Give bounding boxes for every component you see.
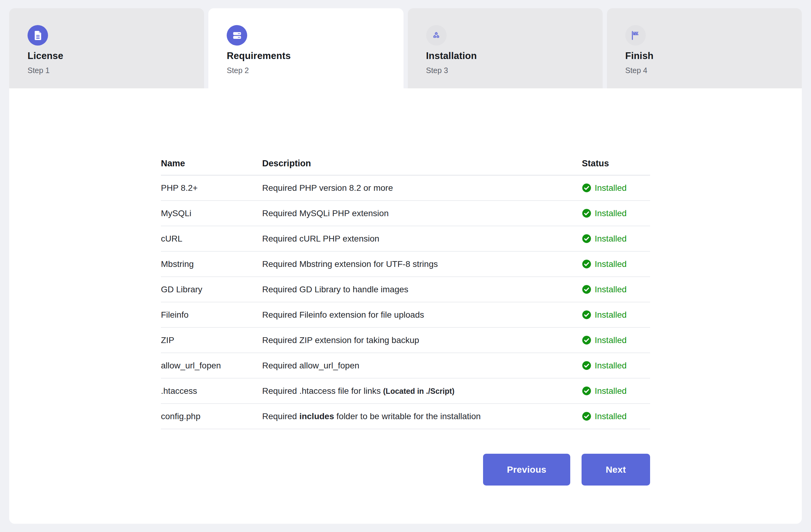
requirement-name: allow_url_fopen (161, 361, 262, 371)
requirement-description: Required .htaccess file for links (Locat… (262, 386, 582, 396)
step-title: Finish (625, 50, 790, 61)
table-body: PHP 8.2+ Required PHP version 8.2 or mor… (161, 175, 650, 429)
tab-step-requirements[interactable]: Requirements Step 2 (208, 8, 403, 88)
content-card: Name Description Status PHP 8.2+ Require… (9, 88, 802, 524)
status-label: Installed (595, 285, 627, 294)
requirement-status: Installed (582, 259, 650, 269)
status-label: Installed (595, 208, 627, 218)
check-circle-icon (582, 183, 591, 193)
requirements-table: Name Description Status PHP 8.2+ Require… (161, 88, 650, 429)
check-circle-icon (582, 234, 591, 244)
requirement-name: Fileinfo (161, 310, 262, 320)
step-title: Installation (426, 50, 591, 61)
table-row: MySQLi Required MySQLi PHP extension Ins… (161, 201, 650, 226)
status-label: Installed (595, 310, 627, 320)
column-header-status: Status (582, 158, 650, 169)
requirement-status: Installed (582, 361, 650, 371)
requirement-description: Required MySQLi PHP extension (262, 208, 582, 218)
wizard-nav-buttons: Previous Next (161, 454, 650, 486)
step-title: License (28, 50, 192, 61)
column-header-name: Name (161, 158, 262, 169)
step-icon-circle (426, 25, 447, 46)
requirement-description: Required Mbstring extension for UTF-8 st… (262, 259, 582, 269)
previous-button[interactable]: Previous (483, 454, 570, 486)
requirement-status: Installed (582, 411, 650, 421)
requirement-name: ZIP (161, 335, 262, 345)
cubes-icon (431, 30, 442, 41)
step-subtitle: Step 1 (28, 66, 192, 75)
requirement-status: Installed (582, 335, 650, 345)
requirement-status: Installed (582, 285, 650, 294)
requirement-description: Required PHP version 8.2 or more (262, 183, 582, 193)
column-header-description: Description (262, 158, 582, 169)
check-circle-icon (582, 361, 591, 370)
requirement-status: Installed (582, 386, 650, 396)
status-label: Installed (595, 386, 627, 396)
tab-step-license[interactable]: License Step 1 (9, 8, 204, 88)
status-label: Installed (595, 335, 627, 345)
table-row: GD Library Required GD Library to handle… (161, 277, 650, 302)
table-row: allow_url_fopen Required allow_url_fopen… (161, 353, 650, 378)
step-title: Requirements (227, 50, 391, 61)
requirement-description: Required GD Library to handle images (262, 285, 582, 294)
tab-step-installation[interactable]: Installation Step 3 (408, 8, 603, 88)
status-label: Installed (595, 183, 627, 193)
table-row: Mbstring Required Mbstring extension for… (161, 252, 650, 277)
step-subtitle: Step 3 (426, 66, 591, 75)
requirement-name: .htaccess (161, 386, 262, 396)
wizard-steps: License Step 1 Requirements Step 2 (9, 8, 802, 88)
step-icon-circle (28, 25, 48, 46)
requirement-description: Required allow_url_fopen (262, 361, 582, 371)
check-circle-icon (582, 208, 591, 218)
check-circle-icon (582, 285, 591, 294)
table-header-row: Name Description Status (161, 152, 650, 175)
table-row: PHP 8.2+ Required PHP version 8.2 or mor… (161, 175, 650, 201)
requirement-name: MySQLi (161, 208, 262, 218)
table-row: cURL Required cURL PHP extension Install… (161, 226, 650, 252)
status-label: Installed (595, 234, 627, 244)
table-row: ZIP Required ZIP extension for taking ba… (161, 328, 650, 353)
check-circle-icon (582, 310, 591, 319)
table-row: config.php Required includes folder to b… (161, 404, 650, 429)
requirement-status: Installed (582, 310, 650, 320)
requirement-status: Installed (582, 234, 650, 244)
step-subtitle: Step 4 (625, 66, 790, 75)
next-button[interactable]: Next (582, 454, 650, 486)
check-circle-icon (582, 259, 591, 269)
status-label: Installed (595, 411, 627, 421)
requirement-description: Required includes folder to be writable … (262, 411, 582, 421)
table-row: Fileinfo Required Fileinfo extension for… (161, 302, 650, 328)
step-icon-circle (227, 25, 247, 46)
requirement-description: Required cURL PHP extension (262, 234, 582, 244)
status-label: Installed (595, 259, 627, 269)
check-circle-icon (582, 411, 591, 421)
table-row: .htaccess Required .htaccess file for li… (161, 378, 650, 404)
requirement-status: Installed (582, 208, 650, 218)
step-subtitle: Step 2 (227, 66, 391, 75)
requirement-name: config.php (161, 411, 262, 421)
requirement-name: PHP 8.2+ (161, 183, 262, 193)
file-document-icon (32, 30, 43, 41)
requirement-name: GD Library (161, 285, 262, 294)
requirement-description: Required Fileinfo extension for file upl… (262, 310, 582, 320)
status-label: Installed (595, 361, 627, 371)
requirement-name: cURL (161, 234, 262, 244)
server-icon (232, 30, 243, 41)
check-circle-icon (582, 335, 591, 345)
installer-page: License Step 1 Requirements Step 2 (0, 0, 811, 524)
checkered-flag-icon (630, 30, 641, 41)
requirement-description: Required ZIP extension for taking backup (262, 335, 582, 345)
check-circle-icon (582, 386, 591, 396)
step-icon-circle (625, 25, 646, 46)
requirement-status: Installed (582, 183, 650, 193)
tab-step-finish[interactable]: Finish Step 4 (607, 8, 802, 88)
requirement-name: Mbstring (161, 259, 262, 269)
